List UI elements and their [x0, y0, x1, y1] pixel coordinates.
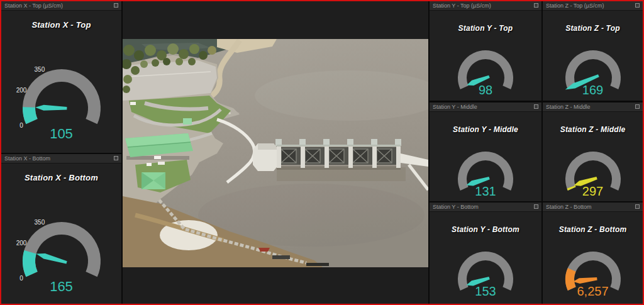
maximize-icon[interactable]: [635, 204, 640, 209]
panel-title: Station Y - Top (µS/cm): [433, 3, 491, 9]
panel-title: Station X - Top (µS/cm): [4, 3, 63, 9]
panel-title: Station Y - Bottom: [433, 204, 479, 210]
maximize-icon[interactable]: [534, 204, 538, 209]
maximize-icon[interactable]: [635, 3, 640, 8]
svg-text:350: 350: [34, 219, 45, 226]
panel-station-x-bottom: Station X - Bottom Station X - Bottom 02…: [1, 154, 121, 304]
dashboard: Station X - Top (µS/cm) Station X - Top …: [0, 0, 644, 305]
panel-station-y-middle: Station Y - Middle Station Y - Middle 13…: [430, 103, 541, 201]
maximize-icon[interactable]: [114, 156, 118, 160]
gauge-heading: Station X - Bottom: [1, 173, 121, 182]
panel-titlebar[interactable]: Station X - Top (µS/cm): [1, 1, 121, 11]
gauge-value: 6,257: [543, 284, 643, 299]
panel-titlebar[interactable]: Station Y - Middle: [430, 103, 541, 112]
gauge-value: 169: [543, 83, 643, 97]
panel-title: Station Z - Bottom: [546, 204, 592, 210]
maximize-icon[interactable]: [534, 3, 538, 8]
panel-title: Station Z - Middle: [546, 104, 591, 110]
panel-station-z-middle: Station Z - Middle Station Z - Middle 29…: [543, 103, 643, 201]
gauge-heading: Station Y - Bottom: [430, 225, 541, 234]
gauge-heading: Station X - Top: [1, 20, 121, 30]
panel-title: Station X - Bottom: [4, 155, 50, 162]
panel-titlebar[interactable]: Station Y - Bottom: [430, 202, 541, 212]
gauge-heading: Station Z - Bottom: [543, 225, 643, 234]
svg-text:200: 200: [16, 240, 26, 247]
gauge-heading: Station Z - Middle: [543, 125, 643, 134]
gauge-heading: Station Y - Top: [430, 24, 541, 33]
aerial-photo: [123, 39, 428, 267]
svg-text:200: 200: [16, 87, 26, 94]
gauge-heading: Station Z - Top: [543, 24, 643, 33]
panel-station-y-top: Station Y - Top (µS/cm) Station Y - Top …: [430, 1, 541, 101]
panel-title: Station Y - Middle: [433, 104, 477, 110]
maximize-icon[interactable]: [114, 3, 118, 8]
panel-titlebar[interactable]: Station X - Bottom: [1, 154, 121, 164]
panel-station-z-top: Station Z - Top (µS/cm) Station Z - Top …: [543, 1, 643, 101]
gauge-value: 131: [430, 184, 541, 199]
panel-titlebar[interactable]: Station Z - Top (µS/cm): [543, 1, 643, 11]
panel-station-x-top: Station X - Top (µS/cm) Station X - Top …: [1, 1, 121, 153]
maximize-icon[interactable]: [534, 104, 538, 109]
gauge-value: 165: [1, 279, 121, 295]
gauge-value: 105: [1, 126, 121, 142]
panel-titlebar[interactable]: Station Z - Bottom: [543, 202, 643, 212]
panel-station-y-bottom: Station Y - Bottom Station Y - Bottom 15…: [430, 202, 541, 304]
panel-titlebar[interactable]: Station Z - Middle: [543, 103, 643, 112]
panel-station-z-bottom: Station Z - Bottom Station Z - Bottom 6,…: [543, 202, 643, 304]
gauge-heading: Station Y - Middle: [430, 125, 541, 134]
gauge-value: 153: [430, 284, 541, 299]
svg-text:350: 350: [34, 66, 45, 73]
panel-titlebar[interactable]: Station Y - Top (µS/cm): [430, 1, 541, 11]
maximize-icon[interactable]: [635, 104, 640, 109]
gauge-value: 297: [543, 184, 643, 199]
gauge-value: 98: [430, 83, 541, 97]
photo-panel: [123, 1, 428, 304]
panel-title: Station Z - Top (µS/cm): [546, 3, 604, 9]
